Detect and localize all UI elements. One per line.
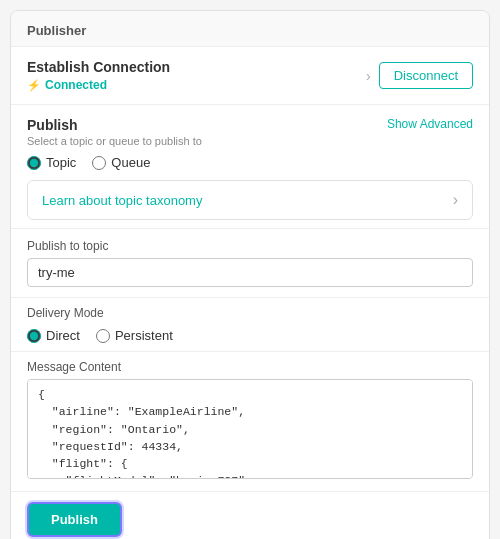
publish-info: Publish Select a topic or queue to publi…: [27, 117, 202, 147]
show-advanced-link[interactable]: Show Advanced: [387, 117, 473, 131]
delivery-radio-group: Direct Persistent: [27, 328, 473, 343]
publish-section: Publish Select a topic or queue to publi…: [11, 105, 489, 229]
direct-radio-label[interactable]: Direct: [27, 328, 80, 343]
taxonomy-box[interactable]: Learn about topic taxonomy ›: [27, 180, 473, 220]
connected-status: Connected: [27, 78, 170, 92]
chevron-right-icon: ›: [366, 68, 371, 84]
delivery-mode-label: Delivery Mode: [27, 306, 473, 320]
disconnect-button[interactable]: Disconnect: [379, 62, 473, 89]
publish-button-section: Publish: [11, 492, 489, 539]
topic-radio[interactable]: [27, 156, 41, 170]
persistent-radio-label[interactable]: Persistent: [96, 328, 173, 343]
queue-radio-label[interactable]: Queue: [92, 155, 150, 170]
message-content-section: Message Content { "airline": "ExampleAir…: [11, 352, 489, 492]
publisher-card: Publisher Establish Connection Connected…: [10, 10, 490, 539]
message-content-label: Message Content: [27, 360, 473, 374]
direct-label: Direct: [46, 328, 80, 343]
connection-header: Establish Connection Connected › Disconn…: [27, 59, 473, 92]
establish-connection-section: Establish Connection Connected › Disconn…: [11, 47, 489, 105]
publish-subtitle: Select a topic or queue to publish to: [27, 135, 202, 147]
taxonomy-label: Learn about topic taxonomy: [42, 193, 202, 208]
topic-radio-label[interactable]: Topic: [27, 155, 76, 170]
publish-to-topic-label: Publish to topic: [27, 239, 473, 253]
publish-button[interactable]: Publish: [27, 502, 122, 537]
direct-radio[interactable]: [27, 329, 41, 343]
connection-info: Establish Connection Connected: [27, 59, 170, 92]
card-title: Publisher: [11, 11, 489, 47]
topic-label: Topic: [46, 155, 76, 170]
message-content-textarea[interactable]: { "airline": "ExampleAirline", "region":…: [27, 379, 473, 479]
publish-title: Publish: [27, 117, 202, 133]
persistent-radio[interactable]: [96, 329, 110, 343]
taxonomy-chevron-icon: ›: [453, 191, 458, 209]
delivery-mode-section: Delivery Mode Direct Persistent: [11, 298, 489, 352]
connection-title: Establish Connection: [27, 59, 170, 75]
persistent-label: Persistent: [115, 328, 173, 343]
publish-to-topic-section: Publish to topic: [11, 229, 489, 298]
topic-queue-radio-group: Topic Queue: [27, 155, 473, 170]
publish-to-topic-input[interactable]: [27, 258, 473, 287]
queue-label: Queue: [111, 155, 150, 170]
publish-header: Publish Select a topic or queue to publi…: [27, 117, 473, 147]
connection-actions: › Disconnect: [366, 62, 473, 89]
queue-radio[interactable]: [92, 156, 106, 170]
